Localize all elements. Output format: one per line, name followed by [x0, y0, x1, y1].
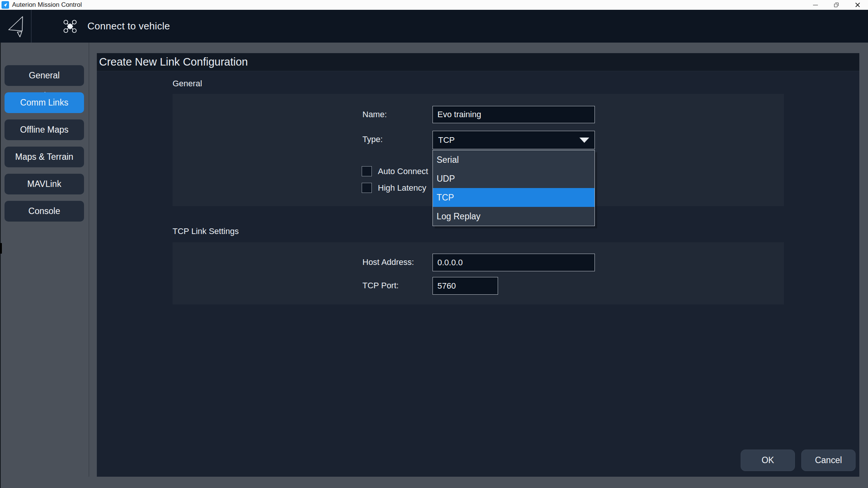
home-button[interactable] [0, 10, 31, 43]
high-latency-label: High Latency [378, 183, 426, 193]
sidebar-item-offline-maps[interactable]: Offline Maps [5, 119, 84, 140]
dropdown-option-udp[interactable]: UDP [433, 169, 594, 188]
ok-button[interactable]: OK [741, 450, 795, 471]
window-title: Auterion Mission Control [12, 1, 805, 9]
high-latency-checkbox[interactable] [362, 183, 372, 193]
sidebar-item-comm-links[interactable]: Comm Links [5, 92, 84, 113]
type-dropdown[interactable]: TCP [432, 131, 595, 149]
tcp-port-label: TCP Port: [362, 280, 399, 291]
tcp-section-title: TCP Link Settings [173, 226, 239, 236]
toolbar-divider [31, 10, 32, 43]
name-label: Name: [362, 109, 387, 120]
auterion-logo-icon [7, 15, 24, 38]
tcp-port-input[interactable] [432, 277, 498, 295]
window-controls [805, 0, 868, 10]
auto-connect-checkbox[interactable] [362, 166, 372, 176]
dropdown-option-log-replay[interactable]: Log Replay [433, 207, 594, 226]
sidebar-item-general[interactable]: General [5, 65, 84, 86]
sidebar-panel-divider [89, 43, 89, 477]
paper-plane-icon [3, 3, 8, 8]
toolbar-view-title: Connect to vehicle [87, 20, 170, 32]
app-icon [2, 1, 9, 9]
general-section-title: General [173, 79, 202, 89]
dropdown-option-serial[interactable]: Serial [433, 150, 594, 169]
cancel-button[interactable]: Cancel [801, 450, 856, 471]
restore-icon [834, 3, 839, 7]
app-toolbar: Connect to vehicle [0, 10, 868, 43]
type-label: Type: [362, 134, 383, 145]
restore-button[interactable] [826, 0, 847, 10]
name-input[interactable] [432, 106, 595, 123]
caret-down-icon [579, 138, 589, 143]
comm-links-panel: Create New Link Configuration General Na… [97, 53, 859, 477]
quadcopter-icon [63, 20, 77, 33]
sidebar-item-console[interactable]: Console [5, 201, 84, 222]
type-dropdown-value: TCP [438, 135, 579, 145]
page-title: Create New Link Configuration [97, 53, 859, 71]
type-dropdown-popup: Serial UDP TCP Log Replay [432, 150, 595, 226]
sidebar-item-maps-terrain[interactable]: Maps & Terrain [5, 147, 84, 167]
minimize-icon [813, 5, 818, 5]
window-titlebar: Auterion Mission Control [0, 0, 868, 10]
tcp-section-panel [173, 242, 784, 304]
dropdown-option-tcp[interactable]: TCP [433, 188, 594, 207]
close-button[interactable] [847, 0, 868, 10]
sidebar-item-mavlink[interactable]: MAVLink [5, 174, 84, 194]
minimize-button[interactable] [805, 0, 826, 10]
auto-connect-label: Auto Connect [378, 166, 428, 177]
close-icon [855, 3, 860, 8]
host-address-label: Host Address: [362, 257, 414, 268]
settings-sidebar: Settings General Comm Links Offline Maps… [0, 43, 89, 488]
host-address-input[interactable] [432, 254, 595, 271]
